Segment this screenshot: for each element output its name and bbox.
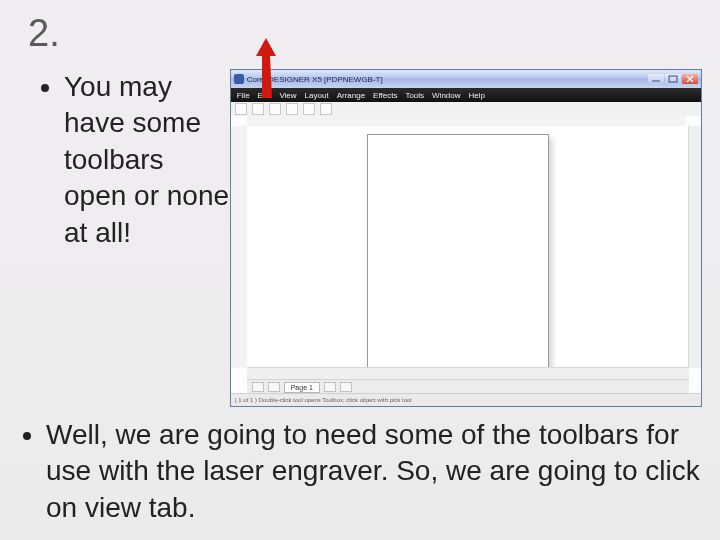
menu-edit[interactable]: Edit bbox=[258, 91, 272, 100]
maximize-button[interactable] bbox=[665, 74, 681, 84]
menu-file[interactable]: File bbox=[237, 91, 250, 100]
bullet-list-2: Well, we are going to need some of the t… bbox=[28, 417, 702, 526]
minimize-button[interactable] bbox=[648, 74, 664, 84]
property-bar bbox=[231, 102, 701, 117]
window-title: Corel DESIGNER X5 [PDPNEWGB-T] bbox=[247, 75, 383, 84]
ruler-vertical bbox=[231, 126, 248, 368]
menu-layout[interactable]: Layout bbox=[305, 91, 329, 100]
menu-view[interactable]: View bbox=[279, 91, 296, 100]
svg-rect-1 bbox=[669, 76, 677, 82]
bullet-list-1: You may have some toolbars open or none … bbox=[28, 69, 230, 251]
page-last-button[interactable] bbox=[340, 382, 352, 392]
window-titlebar: Corel DESIGNER X5 [PDPNEWGB-T] bbox=[231, 70, 701, 88]
canvas[interactable] bbox=[247, 126, 689, 368]
window-buttons bbox=[648, 74, 698, 84]
close-button[interactable] bbox=[682, 74, 698, 84]
toolbar-button[interactable] bbox=[235, 103, 247, 115]
menu-effects[interactable]: Effects bbox=[373, 91, 397, 100]
toolbar-button[interactable] bbox=[252, 103, 264, 115]
bullet-block-left: You may have some toolbars open or none … bbox=[28, 69, 230, 251]
page-first-button[interactable] bbox=[252, 382, 264, 392]
page-tab[interactable]: Page 1 bbox=[284, 382, 320, 393]
page-next-button[interactable] bbox=[324, 382, 336, 392]
toolbar-button[interactable] bbox=[269, 103, 281, 115]
status-bar: ( 1 of 1 ) Double-click tool opens Toolb… bbox=[231, 393, 701, 406]
menu-arrange[interactable]: Arrange bbox=[337, 91, 365, 100]
workspace: Page 1 ( 1 of 1 ) Double-click tool open… bbox=[231, 116, 701, 406]
bullet-2: Well, we are going to need some of the t… bbox=[46, 417, 702, 526]
drawing-page[interactable] bbox=[367, 134, 549, 374]
scrollbar-vertical[interactable] bbox=[688, 126, 701, 368]
content-row: You may have some toolbars open or none … bbox=[28, 69, 702, 407]
toolbar-button[interactable] bbox=[303, 103, 315, 115]
menubar: File Edit View Layout Arrange Effects To… bbox=[231, 88, 701, 102]
menu-tools[interactable]: Tools bbox=[405, 91, 424, 100]
app-screenshot: Corel DESIGNER X5 [PDPNEWGB-T] File bbox=[230, 69, 702, 407]
step-number: 2. bbox=[28, 12, 702, 55]
menu-help[interactable]: Help bbox=[469, 91, 485, 100]
bullet-1: You may have some toolbars open or none … bbox=[64, 69, 230, 251]
titlebar-left: Corel DESIGNER X5 [PDPNEWGB-T] bbox=[234, 74, 383, 84]
app-icon bbox=[234, 74, 244, 84]
toolbar-button[interactable] bbox=[286, 103, 298, 115]
slide: 2. You may have some toolbars open or no… bbox=[0, 0, 720, 540]
page-prev-button[interactable] bbox=[268, 382, 280, 392]
page-navigator: Page 1 bbox=[247, 379, 689, 394]
menu-window[interactable]: Window bbox=[432, 91, 460, 100]
toolbar-button[interactable] bbox=[320, 103, 332, 115]
